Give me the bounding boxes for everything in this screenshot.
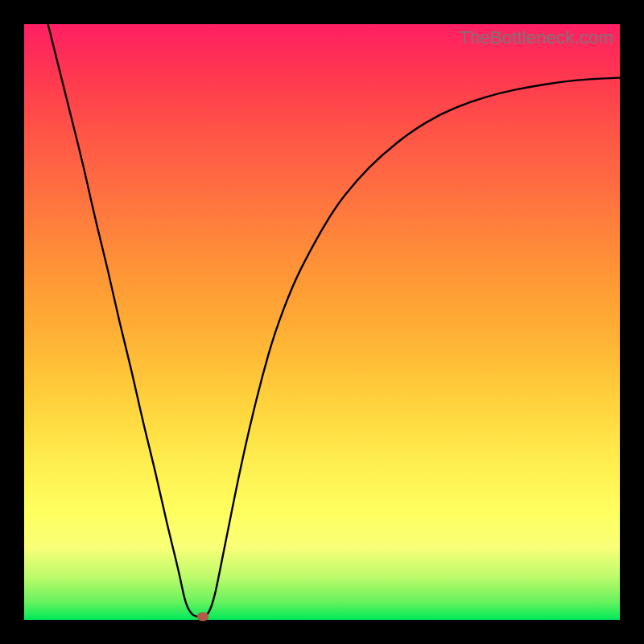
chart-frame: TheBottleneck.com — [0, 0, 644, 644]
optimum-marker — [197, 613, 208, 621]
watermark-text: TheBottleneck.com — [459, 27, 613, 48]
plot-area: TheBottleneck.com — [24, 24, 620, 620]
bottleneck-curve — [48, 24, 620, 617]
curve-layer — [24, 24, 620, 620]
